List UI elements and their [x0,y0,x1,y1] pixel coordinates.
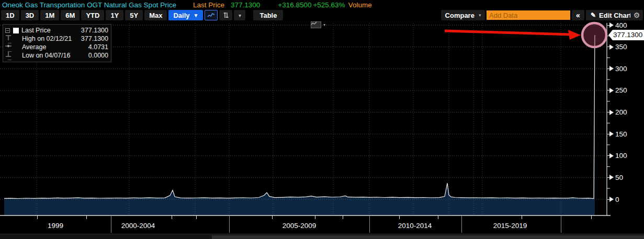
chevron-down-icon: ▾ [479,13,481,18]
x-axis-label-2000-2004: 2000-2004 [121,222,155,230]
edit-chart-button[interactable]: ✎Edit Chart [586,10,636,20]
tick-arrow-icon [609,131,614,136]
range-button-max[interactable]: Max [144,10,167,20]
legend-value: 4.0731 [88,43,108,51]
legend-expander-icon[interactable] [5,28,10,33]
security-title: Oneok Gas Transportation OGT Natural Gas… [2,1,176,9]
titlebar: Oneok Gas Transportation OGT Natural Gas… [0,0,644,9]
x-year-tick [196,215,197,219]
x-year-tick [37,215,38,219]
tag-value: 377.1300 [613,30,644,40]
x-section-separator [111,216,111,233]
x-axis-label-2005-2009: 2005-2009 [283,222,317,230]
collapse-panel-button[interactable]: « [572,10,584,20]
legend-label: High on 02/12/21 [22,35,72,42]
legend-value: 377.1300 [81,35,108,42]
y-axis-label-250: 250 [607,86,627,95]
chart-tools-dropdown[interactable]: ▾ [234,10,245,20]
range-button-1m[interactable]: 1M [40,10,59,20]
gear-icon: ⚙ [634,11,640,19]
x-section-separator [461,216,462,233]
x-year-tick [272,215,273,219]
x-year-tick [315,215,315,219]
x-year-tick [343,215,343,219]
chart-settings-button[interactable]: ⚙ [630,10,643,20]
tick-arrow-icon [609,22,614,28]
y-axis-label-0: 0 [607,195,619,204]
legend-row-high[interactable]: High on 02/12/21377.1300 [5,35,108,43]
low-marker-icon [13,52,20,59]
x-year-tick [522,215,522,219]
volume-label: Volume [348,1,372,9]
y-axis-label-400: 400 [607,20,627,30]
x-section-separator [229,216,230,233]
range-button-3d[interactable]: 3D [21,10,39,20]
x-year-tick [86,215,87,219]
x-axis-label-2015-2019: 2015-2019 [493,222,527,230]
x-axis-label-1999: 1999 [48,222,63,230]
price-change: +316.8500 [278,1,311,9]
range-button-ytd[interactable]: YTD [81,10,104,20]
price-chart-area: Last Price377.1300High on 02/12/21377.13… [0,21,644,234]
axis-settings-button[interactable] [219,10,232,20]
x-year-tick [438,215,438,219]
legend-row-low[interactable]: Low on 04/07/160.0000 [5,51,108,60]
compare-button[interactable]: Compare▾ [441,10,485,20]
x-section-separator [369,216,370,233]
horizontal-scrollbar[interactable] [0,234,644,239]
last-price-axis-tag: 377.1300 [608,30,644,40]
bloomberg-chart-window: Oneok Gas Transportation OGT Natural Gas… [0,0,644,239]
legend-row-last-price[interactable]: Last Price377.1300 [5,26,108,35]
line-chart-icon [207,13,215,18]
range-button-1d[interactable]: 1D [1,10,19,20]
range-button-1y[interactable]: 1Y [106,10,123,20]
period-selector-daily[interactable]: Daily▼ [168,10,203,20]
chevron-down-icon[interactable]: ▾ [323,22,325,27]
chevron-down-icon: ▾ [239,13,241,18]
pencil-icon: ✎ [591,12,596,19]
tick-arrow-icon [609,175,614,180]
mini-chart-icon [311,21,317,26]
high-marker-icon [13,36,20,42]
range-button-6m[interactable]: 6M [61,10,80,20]
tick-arrow-icon [609,153,614,158]
last-price-value: 377.1300 [231,1,260,9]
y-axis-label-200: 200 [607,108,627,117]
add-data-input[interactable] [487,10,570,20]
x-year-tick [172,215,172,219]
annotation-arrow-shaft [445,31,571,35]
chart-toolbar: 1D3D1M6MYTD1Y5YMax Daily▼ ▾ Table Compar… [0,9,644,21]
y-axis-label-300: 300 [607,64,627,73]
tick-arrow-icon [609,197,614,202]
floating-mini-toolbar: ▾ [311,21,325,28]
y-axis-label-50: 50 [607,173,623,182]
table-button[interactable]: Table [253,10,283,20]
tick-arrow-icon [609,88,614,93]
average-marker-icon [13,44,20,50]
price-change-percent: +525.63% [313,1,345,9]
scrollbar-thumb[interactable] [212,235,644,239]
x-section-separator [561,216,561,233]
tag-pointer [608,30,613,40]
chart-legend: Last Price377.1300High on 02/12/21377.13… [3,24,111,62]
last-price-label: Last Price [193,1,224,9]
tick-arrow-icon [609,66,614,71]
sliders-icon [223,12,229,18]
line-chart-style-button[interactable] [205,10,218,20]
legend-label: Low on 04/07/16 [22,52,70,59]
y-axis-label-100: 100 [607,151,627,161]
legend-value: 377.1300 [81,27,108,34]
y-axis-label-350: 350 [607,42,627,52]
legend-value: 0.0000 [88,52,108,59]
x-year-tick [399,215,400,219]
legend-row-average[interactable]: Average4.0731 [5,43,108,51]
spike-highlight-circle [582,23,606,47]
annotation-arrow-head [568,30,581,40]
quick-chart-button[interactable] [311,21,321,28]
range-button-5y[interactable]: 5Y [125,10,143,20]
chevron-down-icon: ▼ [194,13,199,18]
series-swatch-icon [12,27,19,33]
x-axis-label-2010-2014: 2010-2014 [398,222,432,230]
legend-label: Last Price [21,27,51,34]
x-year-tick [591,215,592,219]
